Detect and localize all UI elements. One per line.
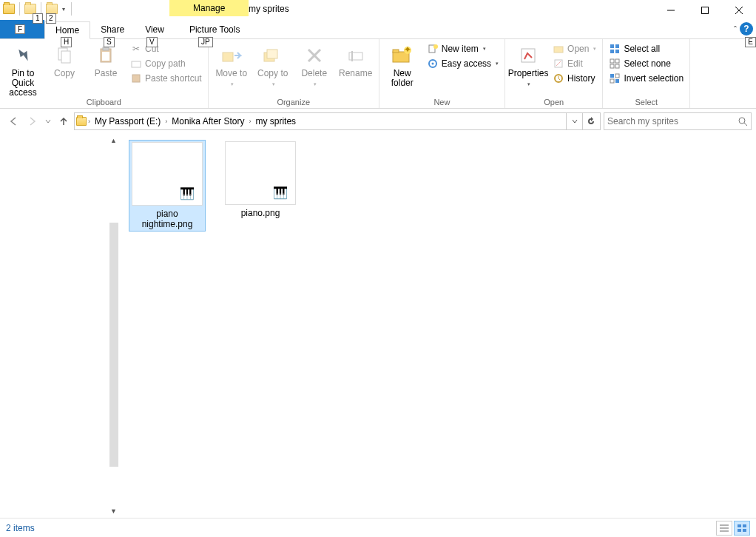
search-box[interactable] — [604, 112, 752, 130]
paste-shortcut-button[interactable]: Paste shortcut — [129, 72, 203, 85]
up-button[interactable] — [55, 112, 72, 130]
recent-dropdown[interactable] — [43, 112, 53, 130]
share-tab[interactable]: Share — [90, 21, 135, 38]
button-label: Properties▾ — [508, 69, 549, 89]
group-label: New — [384, 98, 500, 108]
move-to-icon — [220, 44, 243, 67]
file-item[interactable]: 🎹 piano.png — [222, 140, 299, 220]
svg-rect-40 — [610, 79, 614, 83]
address-dropdown[interactable] — [566, 113, 582, 129]
qat-item-1[interactable] — [24, 4, 36, 14]
qat-item-2[interactable] — [46, 4, 58, 14]
window-title: my sprites — [249, 4, 289, 14]
content-area: ▲ ▼ 🎹 piano nightime.png 🎹 piano.png — [0, 134, 756, 518]
refresh-button[interactable] — [582, 113, 598, 129]
svg-rect-8 — [102, 52, 109, 61]
invert-selection-button[interactable]: Invert selection — [607, 72, 685, 85]
breadcrumb-segment[interactable]: My Passport (E:) — [92, 116, 163, 126]
button-label: Copy — [54, 69, 75, 78]
scrollbar-thumb[interactable] — [109, 223, 118, 467]
qat-dropdown[interactable]: ▾ — [61, 6, 67, 13]
button-label: Rename — [339, 69, 372, 78]
select-none-button[interactable]: Select none — [607, 57, 685, 70]
button-label: Pin to Quick access — [4, 69, 41, 98]
maximize-button[interactable] — [688, 0, 722, 21]
key-tip: 2 — [46, 13, 56, 24]
invert-selection-icon — [609, 72, 621, 84]
svg-rect-37 — [615, 64, 619, 68]
icons-view-button[interactable] — [734, 521, 750, 536]
file-item[interactable]: 🎹 piano nightime.png — [129, 140, 206, 232]
svg-rect-47 — [738, 524, 741, 527]
view-toggles — [716, 521, 750, 536]
scroll-down-button[interactable]: ▼ — [110, 507, 117, 515]
svg-rect-49 — [738, 529, 741, 532]
svg-rect-7 — [103, 47, 109, 50]
copy-path-button[interactable]: Copy path — [129, 57, 203, 70]
button-label: Paste — [95, 69, 118, 78]
svg-rect-26 — [522, 49, 535, 62]
edit-button[interactable]: Edit — [551, 57, 598, 70]
tab-label: Share — [101, 24, 124, 35]
piano-icon: 🎹 — [273, 186, 288, 200]
file-pane[interactable]: 🎹 piano nightime.png 🎹 piano.png — [118, 134, 756, 518]
group-open: Properties▾ Open▾ Edit History Open — [505, 39, 603, 108]
rename-button[interactable]: Rename — [337, 41, 374, 78]
group-clipboard: Pin to Quick access Copy Paste ✂Cut Copy… — [0, 39, 209, 108]
properties-button[interactable]: Properties▾ — [510, 41, 547, 89]
pin-quick-access-button[interactable]: Pin to Quick access — [4, 41, 41, 98]
new-folder-icon: ✦ — [391, 44, 414, 67]
ribbon: Pin to Quick access Copy Paste ✂Cut Copy… — [0, 39, 756, 109]
file-thumbnail: 🎹 — [225, 141, 296, 205]
move-to-button[interactable]: Move to ▾ — [213, 41, 250, 89]
forward-button[interactable] — [24, 112, 41, 130]
svg-rect-30 — [610, 44, 614, 48]
properties-icon — [516, 44, 540, 67]
ribbon-tabs: F Home Share View Picture Tools H S V JP… — [0, 21, 756, 39]
svg-rect-11 — [223, 53, 233, 61]
delete-button[interactable]: Delete▾ — [296, 41, 333, 89]
close-button[interactable] — [722, 0, 756, 21]
copy-to-icon — [261, 44, 285, 67]
picture-tools-tab[interactable]: Picture Tools — [179, 21, 250, 38]
search-icon[interactable] — [738, 116, 748, 126]
folder-icon — [76, 117, 87, 126]
new-item-button[interactable]: New item▾ — [425, 42, 500, 55]
navigation-pane[interactable]: ▲ ▼ — [0, 134, 118, 518]
search-input[interactable] — [607, 116, 738, 126]
button-label: Open — [567, 44, 589, 54]
history-button[interactable]: History — [551, 72, 598, 85]
breadcrumb-segment[interactable]: Monika After Story — [169, 116, 247, 126]
open-button[interactable]: Open▾ — [551, 42, 598, 55]
minimize-button[interactable] — [654, 0, 688, 21]
details-view-button[interactable] — [716, 521, 732, 536]
new-folder-button[interactable]: ✦ New folder — [384, 41, 421, 88]
scroll-up-button[interactable]: ▲ — [110, 137, 117, 144]
key-tip: E — [745, 37, 756, 47]
file-name: piano.png — [241, 208, 280, 218]
copy-to-button[interactable]: Copy to ▾ — [254, 41, 291, 89]
cut-button[interactable]: ✂Cut — [129, 42, 203, 55]
new-item-icon — [427, 43, 439, 55]
address-bar[interactable]: › My Passport (E:) › Monika After Story … — [74, 112, 601, 130]
select-all-button[interactable]: Select all — [607, 42, 685, 55]
select-all-icon — [609, 43, 621, 55]
copy-path-icon — [130, 58, 142, 70]
breadcrumb-segment[interactable]: my sprites — [252, 116, 299, 126]
help-button[interactable]: ? — [740, 22, 753, 36]
easy-access-icon — [427, 58, 439, 70]
file-thumbnail: 🎹 — [132, 142, 203, 206]
easy-access-button[interactable]: Easy access▾ — [425, 57, 500, 70]
button-label: Paste shortcut — [145, 73, 202, 84]
button-label: Edit — [567, 58, 583, 69]
group-organize: Move to ▾ Copy to ▾ Delete▾ Rename Organ… — [209, 39, 379, 108]
group-select: Select all Select none Invert selection … — [603, 39, 690, 108]
collapse-ribbon-button[interactable]: ˆ — [734, 25, 737, 36]
chevron-right-icon[interactable]: › — [88, 118, 90, 125]
back-button[interactable] — [4, 112, 22, 130]
chevron-right-icon[interactable]: › — [249, 118, 251, 125]
file-name: piano nightime.png — [131, 209, 203, 229]
view-tab[interactable]: View — [135, 21, 175, 38]
context-tab-manage[interactable]: Manage — [169, 0, 249, 16]
chevron-right-icon[interactable]: › — [165, 118, 167, 125]
